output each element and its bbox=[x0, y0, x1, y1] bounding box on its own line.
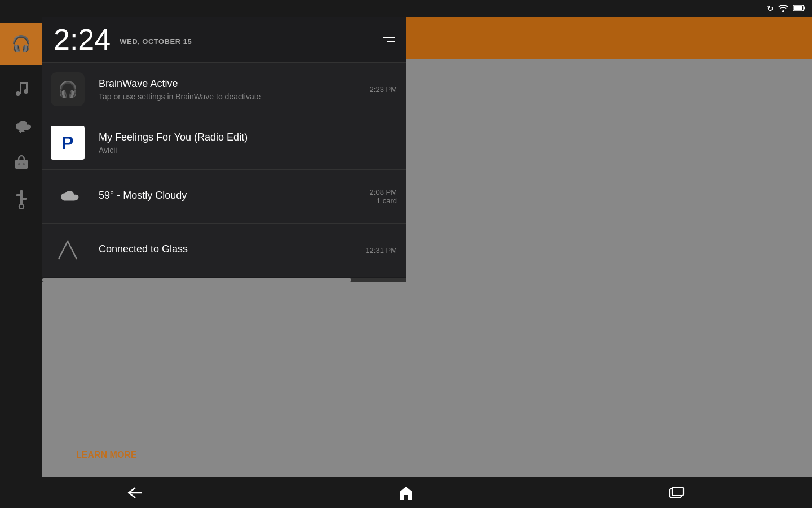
svg-rect-8 bbox=[26, 82, 28, 91]
svg-rect-16 bbox=[16, 194, 22, 196]
svg-marker-22 bbox=[399, 487, 413, 500]
svg-rect-2 bbox=[804, 7, 805, 10]
sidebar-item-store[interactable] bbox=[0, 144, 42, 181]
sidebar-item-music[interactable] bbox=[0, 71, 42, 107]
svg-rect-12 bbox=[15, 160, 28, 169]
glass-icon bbox=[51, 233, 85, 267]
notification-item-weather[interactable]: 59° - Mostly Cloudy 2:08 PM 1 card bbox=[42, 169, 406, 223]
glass-icon-box bbox=[42, 224, 93, 277]
notification-item-music[interactable]: P My Feelings For You (Radio Edit) Avici… bbox=[42, 116, 406, 169]
notification-panel: 2:24 WED, OCTOBER 15 🎧 BrainWave Active … bbox=[42, 17, 406, 282]
brainwave-subtitle: Tap or use settings in BrainWave to deac… bbox=[99, 92, 355, 101]
weather-time-value: 2:08 PM bbox=[370, 188, 397, 196]
svg-point-14 bbox=[23, 163, 25, 165]
svg-rect-10 bbox=[17, 133, 24, 133]
svg-line-20 bbox=[68, 241, 77, 259]
home-button[interactable] bbox=[381, 480, 431, 506]
brainwave-time: 2:23 PM bbox=[361, 85, 406, 94]
wifi-icon bbox=[778, 4, 788, 14]
glass-content: Connected to Glass bbox=[93, 243, 361, 257]
svg-point-0 bbox=[782, 10, 784, 12]
scrollbar-thumb bbox=[42, 278, 351, 282]
app-logo[interactable]: 🎧 bbox=[0, 23, 42, 65]
brainwave-icon-box: 🎧 bbox=[42, 63, 93, 116]
svg-rect-17 bbox=[21, 198, 27, 200]
parking-icon-box: P bbox=[42, 116, 93, 170]
weather-icon-box bbox=[42, 170, 93, 224]
notification-scrollbar[interactable] bbox=[42, 278, 406, 282]
date-display: WED, OCTOBER 15 bbox=[120, 34, 192, 46]
notification-header: 2:24 WED, OCTOBER 15 bbox=[42, 17, 406, 62]
notification-item-brainwave[interactable]: 🎧 BrainWave Active Tap or use settings i… bbox=[42, 62, 406, 116]
svg-rect-3 bbox=[794, 6, 802, 10]
weather-title: 59° - Mostly Cloudy bbox=[99, 190, 355, 202]
bottom-nav-bar bbox=[0, 477, 812, 508]
weather-card-count: 1 card bbox=[377, 196, 397, 205]
svg-line-19 bbox=[59, 241, 68, 259]
svg-rect-24 bbox=[672, 487, 683, 496]
recents-button[interactable] bbox=[652, 481, 701, 505]
glass-title: Connected to Glass bbox=[99, 243, 355, 255]
battery-icon bbox=[793, 4, 805, 13]
brainwave-icon: 🎧 bbox=[51, 72, 85, 106]
bluetooth-icon: ↻ bbox=[767, 4, 774, 13]
notification-item-glass[interactable]: Connected to Glass 12:31 PM bbox=[42, 223, 406, 277]
brainwave-title: BrainWave Active bbox=[99, 78, 355, 90]
brainwave-content: BrainWave Active Tap or use settings in … bbox=[93, 78, 361, 101]
date-text: WED, OCTOBER 15 bbox=[120, 37, 192, 46]
music-title: My Feelings For You (Radio Edit) bbox=[99, 132, 355, 143]
glass-time: 12:31 PM bbox=[361, 246, 406, 255]
weather-time: 2:08 PM 1 card bbox=[361, 188, 406, 205]
sidebar: 🎧 bbox=[0, 17, 42, 477]
back-button[interactable] bbox=[111, 481, 160, 505]
svg-point-18 bbox=[19, 204, 24, 209]
learn-more-link[interactable]: LEARN MORE bbox=[76, 450, 137, 460]
sidebar-item-usb[interactable] bbox=[0, 181, 42, 217]
sidebar-item-cloud[interactable] bbox=[0, 107, 42, 144]
time-display: 2:24 bbox=[54, 25, 111, 54]
svg-point-4 bbox=[16, 91, 20, 96]
notification-settings-button[interactable] bbox=[383, 37, 395, 42]
weather-cloud-icon bbox=[51, 179, 85, 213]
parking-icon: P bbox=[51, 126, 85, 160]
music-artist: Avicii bbox=[99, 146, 355, 155]
weather-content: 59° - Mostly Cloudy bbox=[93, 190, 361, 204]
status-bar: ↻ bbox=[0, 0, 812, 17]
clock-time: 2:24 bbox=[54, 25, 111, 54]
music-content: My Feelings For You (Radio Edit) Avicii bbox=[93, 132, 361, 155]
svg-point-13 bbox=[18, 163, 20, 165]
